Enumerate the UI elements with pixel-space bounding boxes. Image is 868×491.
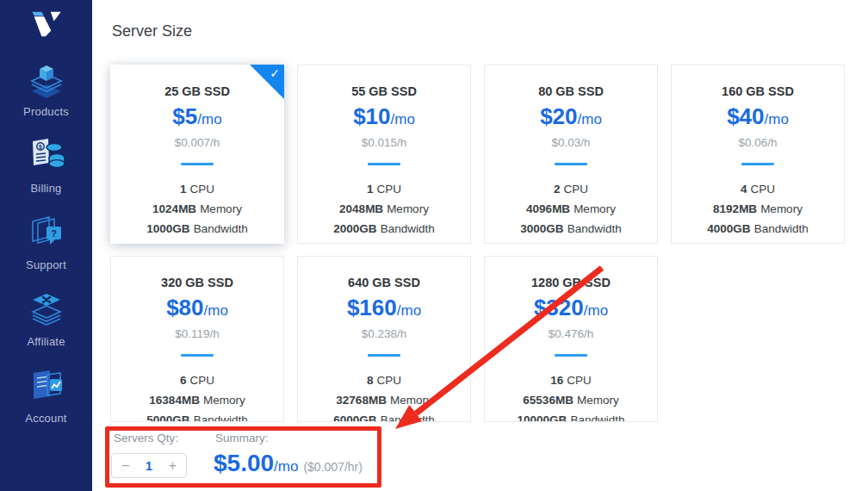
plan-hourly-rate: $0.06/h [672, 136, 844, 149]
plan-card-640gb[interactable]: 640 GB SSD $160/mo $0.238/h 8CPU 32768MB… [297, 256, 471, 422]
plan-size: 320 GB SSD [111, 276, 283, 289]
plan-price: $5/mo [110, 103, 284, 133]
bandwidth-value: 6000GB [333, 413, 376, 422]
plan-bandwidth: 10000GBBandwidth [485, 413, 657, 422]
plan-bandwidth: 1000GBBandwidth [110, 222, 284, 235]
support-icon: ? [26, 212, 67, 257]
plan-bandwidth: 6000GBBandwidth [298, 413, 470, 422]
memory-label: Memory [387, 202, 429, 215]
servers-qty-label: Servers Qty: [114, 432, 178, 444]
qty-value[interactable]: 1 [146, 458, 152, 473]
memory-label: Memory [760, 202, 803, 215]
plan-memory: 32768MBMemory [298, 394, 470, 407]
plan-price-period: /mo [204, 302, 228, 319]
cpu-value: 6 [180, 374, 187, 387]
plan-grid-row-2: 320 GB SSD $80/mo $0.119/h 6CPU 16384MBM… [110, 256, 658, 422]
plan-cpu: 2CPU [485, 183, 657, 196]
affiliate-icon [26, 289, 67, 333]
memory-label: Memory [203, 394, 245, 407]
plan-price-amount: $10 [353, 103, 390, 129]
card-divider [741, 163, 774, 165]
plan-bandwidth: 2000GBBandwidth [298, 222, 470, 235]
sidebar-item-support[interactable]: ? Support [26, 212, 67, 271]
plan-cpu: 4CPU [672, 183, 844, 196]
cpu-label: CPU [190, 183, 215, 196]
plan-card-80gb[interactable]: 80 GB SSD $20/mo $0.03/h 2CPU 4096MBMemo… [484, 65, 658, 244]
plan-price-period: /mo [391, 111, 415, 127]
plan-price: $40/mo [672, 103, 844, 133]
plan-size: 640 GB SSD [298, 276, 470, 289]
card-divider [181, 163, 214, 165]
qty-increase-button[interactable]: + [169, 459, 177, 473]
memory-label: Memory [577, 394, 619, 407]
card-divider [555, 354, 587, 357]
plan-card-55gb[interactable]: 55 GB SSD $10/mo $0.015/h 1CPU 2048MBMem… [297, 65, 471, 244]
plan-cpu: 1CPU [110, 183, 284, 196]
summary-price: $5.00/mo($0.007/hr) [214, 450, 363, 477]
cpu-label: CPU [377, 183, 402, 196]
memory-value: 16384MB [149, 394, 200, 407]
cpu-value: 16 [550, 374, 563, 387]
svg-text:$: $ [39, 144, 42, 151]
cpu-value: 2 [554, 183, 561, 196]
sidebar: Products $ Billing [0, 0, 92, 491]
plan-price-amount: $40 [727, 103, 764, 129]
card-divider [555, 163, 587, 165]
sidebar-item-label: Affiliate [27, 335, 65, 348]
cpu-label: CPU [377, 374, 402, 387]
sidebar-item-affiliate[interactable]: Affiliate [26, 289, 67, 348]
plan-price: $320/mo [485, 295, 657, 324]
plan-price: $160/mo [298, 295, 470, 324]
cpu-value: 4 [741, 183, 747, 196]
plan-price-amount: $20 [540, 103, 577, 129]
sidebar-item-account[interactable]: Account [25, 365, 66, 425]
card-divider [181, 354, 214, 357]
plan-memory: 2048MBMemory [298, 202, 470, 215]
card-divider [368, 163, 400, 165]
memory-value: 2048MB [339, 202, 383, 215]
plan-price-period: /mo [397, 302, 421, 319]
sidebar-item-billing[interactable]: $ Billing [26, 135, 67, 195]
plan-cpu: 8CPU [298, 374, 470, 387]
plan-size: 80 GB SSD [485, 84, 657, 98]
plan-price-amount: $80 [166, 295, 203, 320]
plan-card-1280gb[interactable]: 1280 GB SSD $320/mo $0.476/h 16CPU 65536… [484, 256, 658, 422]
bandwidth-label: Bandwidth [381, 222, 435, 235]
page-title: Server Size [112, 22, 192, 40]
sidebar-item-label: Account [25, 412, 66, 425]
plan-card-25gb[interactable]: ✓ 25 GB SSD $5/mo $0.007/h 1CPU 1024MBMe… [110, 65, 284, 244]
bandwidth-label: Bandwidth [194, 413, 248, 422]
memory-label: Memory [574, 202, 616, 215]
plan-memory: 8192MBMemory [672, 202, 844, 215]
vultr-logo-icon[interactable] [28, 9, 65, 41]
bandwidth-value: 3000GB [520, 222, 563, 235]
plan-price: $10/mo [298, 103, 470, 133]
cpu-value: 1 [180, 183, 187, 196]
plan-price-period: /mo [584, 302, 608, 319]
bandwidth-value: 10000GB [518, 413, 567, 422]
bandwidth-label: Bandwidth [194, 222, 248, 235]
plan-price-amount: $5 [172, 103, 197, 129]
plan-card-320gb[interactable]: 320 GB SSD $80/mo $0.119/h 6CPU 16384MBM… [110, 256, 284, 422]
sidebar-item-label: Support [26, 258, 66, 271]
memory-label: Memory [390, 394, 432, 407]
bandwidth-value: 1000GB [146, 222, 189, 235]
plan-card-160gb[interactable]: 160 GB SSD $40/mo $0.06/h 4CPU 8192MBMem… [671, 65, 845, 244]
plan-bandwidth: 3000GBBandwidth [485, 222, 657, 235]
plan-price-period: /mo [765, 111, 789, 127]
plan-bandwidth: 4000GBBandwidth [672, 222, 844, 235]
bandwidth-label: Bandwidth [754, 222, 809, 235]
plan-size: 55 GB SSD [298, 84, 470, 98]
selected-check-icon: ✓ [270, 66, 280, 80]
plan-hourly-rate: $0.015/h [298, 136, 470, 149]
plan-price-amount: $160 [347, 295, 397, 320]
sidebar-item-label: Products [23, 105, 69, 118]
cpu-label: CPU [190, 374, 215, 387]
sidebar-item-products[interactable]: Products [23, 59, 69, 118]
plan-hourly-rate: $0.03/h [485, 136, 657, 149]
memory-value: 32768MB [336, 394, 387, 407]
plan-memory: 1024MBMemory [110, 202, 284, 215]
qty-decrease-button[interactable]: − [121, 459, 129, 473]
bandwidth-label: Bandwidth [381, 413, 435, 422]
sidebar-item-label: Billing [30, 182, 61, 195]
